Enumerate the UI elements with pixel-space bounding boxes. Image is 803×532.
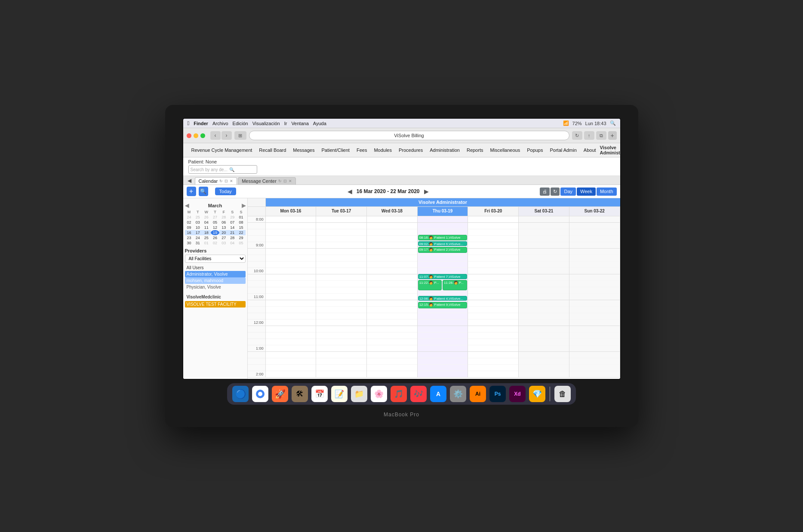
day-cell[interactable] [418, 352, 468, 358]
mini-cal-day[interactable]: 27 [211, 215, 219, 220]
day-cell[interactable] [519, 300, 569, 307]
nav-revenue[interactable]: Revenue Cycle Management [188, 147, 255, 154]
day-cell[interactable] [367, 216, 417, 223]
day-cell[interactable] [367, 287, 417, 294]
day-cell[interactable] [367, 229, 417, 236]
mini-cal-day[interactable]: 17 [194, 230, 202, 235]
day-cell[interactable] [468, 261, 518, 268]
mini-cal-day[interactable]: 23 [185, 235, 194, 240]
day-cell[interactable] [266, 371, 316, 378]
day-cell[interactable] [316, 339, 366, 345]
mini-cal-day[interactable]: 14 [228, 225, 237, 230]
day-cell[interactable] [468, 313, 518, 320]
patient-search-box[interactable]: Search by any de... 🔍 [188, 165, 257, 174]
day-cell[interactable] [266, 345, 316, 352]
tab-calendar-refresh[interactable]: ↻ [219, 179, 223, 183]
dock-sketch[interactable]: 💎 [529, 386, 545, 402]
day-cell[interactable] [418, 223, 468, 229]
mini-cal-day[interactable]: 02 [211, 240, 219, 246]
day-cell[interactable] [316, 326, 366, 332]
mini-cal-day[interactable]: 15 [237, 225, 245, 230]
day-cell[interactable] [569, 261, 620, 268]
day-cell[interactable] [316, 307, 366, 313]
day-cell[interactable] [519, 294, 569, 300]
day-cell[interactable] [468, 326, 518, 332]
day-cell[interactable] [468, 345, 518, 352]
mini-cal-day[interactable]: 21 [228, 230, 237, 235]
day-cell[interactable] [569, 313, 620, 320]
day-cell[interactable] [468, 268, 518, 274]
day-cell[interactable] [519, 261, 569, 268]
day-cell[interactable] [316, 352, 366, 358]
menu-archivo[interactable]: Archivo [212, 121, 228, 126]
mini-cal-day[interactable]: 06 [219, 220, 228, 225]
day-cell[interactable] [367, 345, 417, 352]
mini-cal-day[interactable]: 02 [185, 220, 194, 225]
day-cell[interactable] [569, 358, 620, 365]
nav-procedures[interactable]: Procedures [396, 147, 426, 154]
day-cell[interactable] [569, 236, 620, 242]
day-cell[interactable] [418, 339, 468, 345]
mini-cal-day[interactable]: 19 [211, 230, 219, 235]
month-view-button[interactable]: Month [597, 188, 617, 196]
tab-layout-button[interactable]: ⊞ [234, 131, 246, 140]
day-cell[interactable] [418, 216, 468, 223]
day-cell[interactable] [316, 268, 366, 274]
mini-cal-day[interactable]: 18 [202, 230, 211, 235]
mini-cal-day[interactable]: 04 [202, 220, 211, 225]
day-cell[interactable] [519, 229, 569, 236]
day-cell[interactable] [418, 358, 468, 365]
add-appointment-button[interactable]: + [187, 187, 196, 196]
day-cell[interactable] [266, 249, 316, 255]
appointment[interactable]: 12:15-🧑 Patient 9,ViSolve [418, 302, 468, 308]
day-cell[interactable] [468, 352, 518, 358]
day-cell[interactable] [468, 365, 518, 371]
facility-dropdown[interactable]: All Facilities [185, 255, 246, 263]
day-cell[interactable] [266, 294, 316, 300]
day-cell[interactable] [519, 216, 569, 223]
day-cell[interactable] [519, 345, 569, 352]
day-cell[interactable] [468, 236, 518, 242]
mini-cal-day[interactable]: 07 [228, 220, 237, 225]
menu-finder[interactable]: Finder [194, 121, 208, 126]
mini-cal-day[interactable]: 03 [219, 240, 228, 246]
day-cell[interactable] [316, 274, 366, 281]
mini-cal-day[interactable]: 24 [185, 215, 194, 220]
day-cell[interactable] [316, 313, 366, 320]
day-cell[interactable] [519, 326, 569, 332]
day-cell[interactable] [519, 223, 569, 229]
day-cell[interactable] [569, 320, 620, 326]
day-cell[interactable] [569, 294, 620, 300]
day-cell[interactable] [569, 345, 620, 352]
day-cell[interactable] [519, 236, 569, 242]
day-cell[interactable] [468, 216, 518, 223]
day-cell[interactable] [367, 326, 417, 332]
mini-cal-day[interactable]: 22 [237, 230, 245, 235]
day-cell[interactable] [569, 242, 620, 249]
mini-cal-day[interactable]: 20 [219, 230, 228, 235]
day-cell[interactable] [418, 255, 468, 261]
refresh-calendar-button[interactable]: ↻ [551, 188, 560, 196]
day-cell[interactable] [569, 216, 620, 223]
dock-rocket[interactable]: 🚀 [272, 386, 288, 402]
day-cell[interactable] [367, 249, 417, 255]
prev-week-button[interactable]: ◀ [345, 187, 355, 196]
day-cell[interactable] [316, 249, 366, 255]
day-cell[interactable] [569, 281, 620, 287]
day-cell[interactable] [367, 352, 417, 358]
day-cell[interactable] [519, 339, 569, 345]
search-macos-icon[interactable]: 🔍 [610, 120, 616, 126]
day-cell[interactable] [519, 287, 569, 294]
day-cell[interactable] [266, 358, 316, 365]
today-button[interactable]: Today [215, 188, 236, 195]
tab-calendar-close[interactable]: ✕ [230, 179, 233, 183]
nav-popups[interactable]: Popups [524, 147, 546, 154]
day-cell[interactable] [569, 307, 620, 313]
day-cell[interactable] [266, 287, 316, 294]
day-cell[interactable] [367, 236, 417, 242]
day-cell[interactable] [266, 242, 316, 249]
day-cell[interactable] [367, 339, 417, 345]
day-cell[interactable] [367, 255, 417, 261]
day-cell[interactable] [266, 339, 316, 345]
facility-visolve-test[interactable]: VISOLVE TEST FACILITY [185, 301, 246, 308]
